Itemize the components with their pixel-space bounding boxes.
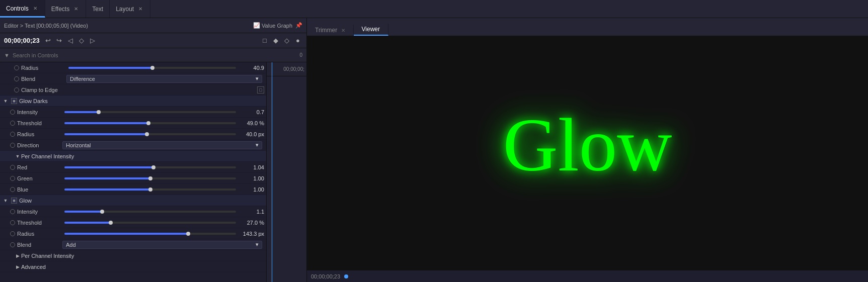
main-area: Editor > Text [00;00;05;00] (Video) 📈 Va…: [0, 18, 868, 282]
slider-intensity-darks[interactable]: [64, 111, 236, 113]
prop-value-radius-glow: 143.3 px: [238, 231, 264, 237]
subsection-advanced[interactable]: ▶ Advanced: [0, 261, 266, 272]
keyframe-dot-radius-glow[interactable]: [10, 231, 15, 236]
keyframe-dot-threshold-darks[interactable]: [10, 121, 15, 126]
keyframe-dot-intensity-glow[interactable]: [10, 209, 15, 214]
prop-value-radius-1: 40.9: [238, 65, 264, 71]
value-graph-button[interactable]: 📈 Value Graph: [253, 22, 292, 29]
keyframe-dot-direction[interactable]: [10, 143, 15, 148]
undo-icon[interactable]: ↩: [44, 36, 53, 45]
prop-value-blue: 1.00: [238, 186, 264, 193]
tab-layout-close[interactable]: ✕: [137, 6, 144, 12]
section-label-per-channel-glow: Per Channel Intensity: [21, 253, 264, 259]
prop-label-threshold-glow: Threshold: [17, 220, 62, 226]
tab-viewer[interactable]: Viewer: [354, 24, 388, 36]
tab-trimmer[interactable]: Trimmer ✕: [307, 25, 354, 36]
keyframe-dot-radius-1[interactable]: [14, 65, 19, 70]
keyframe-dot-radius-darks[interactable]: [10, 132, 15, 137]
prev-keyframe-icon[interactable]: ◁: [66, 36, 75, 45]
tab-viewer-label: Viewer: [362, 26, 380, 33]
direction-dropdown[interactable]: Horizontal ▾: [62, 141, 262, 149]
blend-dropdown-1[interactable]: Difference ▾: [66, 75, 262, 83]
section-checkbox-glow-darks[interactable]: ■: [11, 98, 17, 104]
slider-threshold-glow[interactable]: [64, 222, 236, 224]
prop-row-radius-glow: Radius 143.3 px: [0, 228, 266, 239]
slider-green[interactable]: [64, 177, 236, 179]
section-checkbox-glow[interactable]: ■: [11, 198, 17, 204]
prop-row-intensity-glow: Intensity 1.1: [0, 206, 266, 217]
record-icon[interactable]: ●: [293, 36, 302, 45]
panel-header: Editor > Text [00;00;05;00] (Video) 📈 Va…: [0, 18, 306, 33]
tab-controls-close[interactable]: ✕: [32, 5, 39, 12]
subsection-per-channel[interactable]: ▼ Per Channel Intensity: [0, 151, 266, 162]
section-glow[interactable]: ▼ ■ Glow: [0, 195, 266, 206]
prop-row-blend-1: Blend Difference ▾: [0, 73, 266, 84]
section-toggle-glow-darks[interactable]: ▼: [2, 98, 9, 105]
keyframe-icon[interactable]: ◇: [282, 36, 291, 45]
tab-controls[interactable]: Controls ✕: [0, 0, 45, 18]
slider-radius-darks[interactable]: [64, 133, 236, 135]
slider-intensity-glow[interactable]: [64, 211, 236, 213]
keyframe-dot-red[interactable]: [10, 165, 15, 170]
tab-effects-close[interactable]: ✕: [72, 6, 80, 12]
glow-canvas: Glow Glow: [307, 36, 868, 270]
tab-bar: Controls ✕ Effects ✕ Text Layout ✕: [0, 0, 868, 18]
tab-layout[interactable]: Layout ✕: [110, 0, 150, 18]
panel-header-right: 📈 Value Graph 📌: [253, 22, 302, 29]
blend-dropdown-glow[interactable]: Add ▾: [62, 241, 262, 249]
next-keyframe-icon[interactable]: ▷: [88, 36, 97, 45]
time-display: 00;00;00;23: [4, 37, 40, 44]
diamond-icon[interactable]: ◆: [271, 36, 280, 45]
prop-row-blue: Blue 1.00: [0, 184, 266, 195]
prop-label-red: Red: [17, 164, 62, 170]
prop-label-blue: Blue: [17, 186, 62, 193]
viewer-area: Glow Glow: [307, 36, 868, 270]
prop-label-radius-glow: Radius: [17, 231, 62, 237]
controls-list: Radius 40.9 Blend Difference ▾: [0, 62, 266, 282]
section-toggle-per-channel-glow[interactable]: ▶: [14, 252, 21, 259]
keyframe-dot-intensity-darks[interactable]: [10, 110, 15, 115]
search-input[interactable]: [13, 52, 297, 58]
redo-icon[interactable]: ↪: [55, 36, 64, 45]
keyframe-dot-blend-1[interactable]: [14, 76, 19, 81]
slider-threshold-darks[interactable]: [64, 122, 236, 124]
section-label-per-channel: Per Channel Intensity: [21, 153, 264, 159]
slider-radius-glow[interactable]: [64, 233, 236, 235]
section-toggle-per-channel[interactable]: ▼: [14, 153, 21, 160]
prop-value-red: 1.04: [238, 164, 264, 170]
toolbar: 00;00;00;23 ↩ ↪ ◁ ◇ ▷ □ ◆ ◇ ●: [0, 33, 306, 48]
breadcrumb: Editor > Text [00;00;05;00] (Video): [4, 23, 88, 29]
section-toggle-glow[interactable]: ▼: [2, 197, 9, 204]
clamp-checkbox[interactable]: □: [257, 86, 264, 93]
keyframe-dot-blue[interactable]: [10, 187, 15, 192]
keyframe-dot-threshold-glow[interactable]: [10, 220, 15, 225]
section-label-glow: Glow: [19, 198, 264, 204]
keyframe-dot-blend-glow[interactable]: [10, 242, 15, 247]
tab-text-label: Text: [92, 6, 103, 13]
section-toggle-advanced[interactable]: ▶: [14, 263, 21, 270]
tab-controls-label: Controls: [6, 5, 29, 12]
stop-icon[interactable]: □: [260, 36, 269, 45]
viewer-footer: 00;00;00;23: [307, 270, 868, 282]
tab-text[interactable]: Text: [86, 0, 110, 18]
viewer-time-display: 00;00;00;23: [311, 273, 340, 279]
tab-effects[interactable]: Effects ✕: [45, 0, 86, 18]
slider-radius-1[interactable]: [68, 67, 236, 69]
slider-red[interactable]: [64, 166, 236, 168]
prop-label-intensity-darks: Intensity: [17, 109, 62, 115]
add-keyframe-icon[interactable]: ◇: [77, 36, 86, 45]
prop-label-intensity-glow: Intensity: [17, 209, 62, 215]
search-bar: ▼ 0: [0, 48, 306, 62]
subsection-per-channel-glow[interactable]: ▶ Per Channel Intensity: [0, 250, 266, 261]
keyframe-dot-green[interactable]: [10, 176, 15, 181]
prop-value-intensity-darks: 0.7: [238, 109, 264, 115]
timeline-label: 0: [299, 52, 302, 58]
prop-row-radius-darks: Radius 40.0 px: [0, 129, 266, 140]
trimmer-close-icon[interactable]: ✕: [341, 28, 345, 33]
slider-blue[interactable]: [64, 189, 236, 191]
chevron-down-icon-blend-glow: ▾: [256, 241, 259, 248]
keyframe-dot-clamp[interactable]: [14, 87, 19, 92]
section-glow-darks[interactable]: ▼ ■ Glow Darks: [0, 96, 266, 107]
left-panel: Editor > Text [00;00;05;00] (Video) 📈 Va…: [0, 18, 307, 282]
pin-button[interactable]: 📌: [295, 22, 302, 29]
